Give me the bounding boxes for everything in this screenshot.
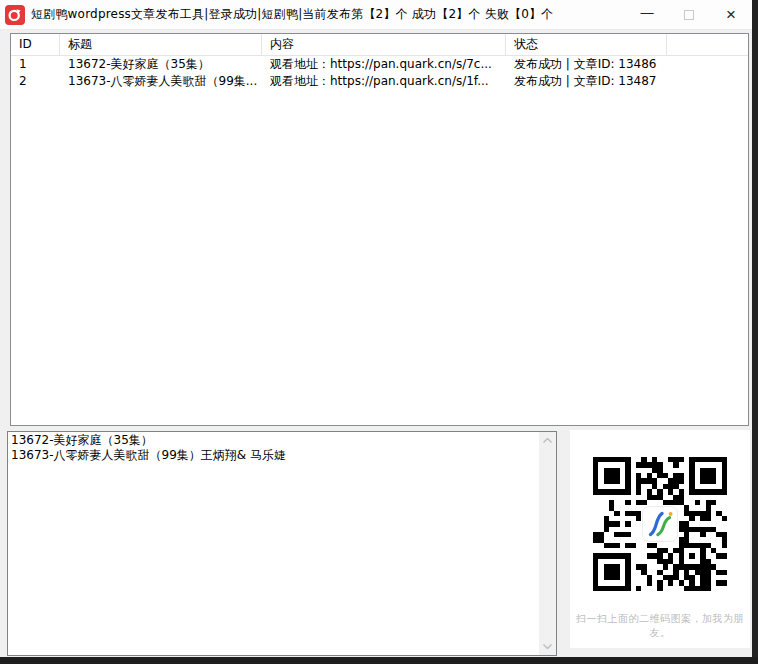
textarea-content[interactable]: 13672-美好家庭（35集） 13673-八零娇妻人美歌甜（99集）王炳翔& … — [8, 432, 539, 655]
chevron-up-icon — [543, 438, 552, 443]
column-header-status[interactable]: 状态 — [506, 34, 667, 55]
app-icon — [5, 5, 25, 25]
chevron-down-icon — [543, 644, 552, 649]
maximize-icon — [684, 10, 694, 20]
row-title: 13672-美好家庭（35集） — [60, 56, 262, 73]
row-status: 发布成功 | 文章ID: 13486 — [506, 56, 667, 73]
row-status: 发布成功 | 文章ID: 13487 — [506, 73, 667, 90]
row-id: 1 — [11, 56, 60, 73]
qr-caption: 扫一扫上面的二维码图案，加我为朋友。 — [570, 612, 750, 640]
window-controls: — × — [626, 0, 752, 30]
row-content: 观看地址：https://pan.quark.cn/s/7c... — [262, 56, 506, 73]
minimize-button[interactable]: — — [626, 0, 668, 30]
row-title: 13673-八零娇妻人美歌甜（99集... — [60, 73, 262, 90]
textarea-scrollbar[interactable] — [539, 432, 556, 655]
publish-result-table[interactable]: ID 标题 内容 状态 1 13672-美好家庭（35集） 观看地址：https… — [10, 33, 749, 426]
maximize-button[interactable] — [668, 0, 710, 30]
table-row[interactable]: 1 13672-美好家庭（35集） 观看地址：https://pan.quark… — [11, 56, 748, 73]
title-list-textarea[interactable]: 13672-美好家庭（35集） 13673-八零娇妻人美歌甜（99集）王炳翔& … — [7, 431, 557, 656]
table-header: ID 标题 内容 状态 — [11, 34, 748, 56]
row-id: 2 — [11, 73, 60, 90]
window-title: 短剧鸭wordpress文章发布工具|登录成功|短剧鸭|当前发布第【2】个 成功… — [31, 6, 554, 23]
column-header-filler — [667, 34, 748, 55]
row-content: 观看地址：https://pan.quark.cn/s/1f... — [262, 73, 506, 90]
column-header-title[interactable]: 标题 — [60, 34, 262, 55]
column-header-id[interactable]: ID — [11, 34, 60, 55]
close-button[interactable]: × — [710, 0, 752, 30]
title-bar: 短剧鸭wordpress文章发布工具|登录成功|短剧鸭|当前发布第【2】个 成功… — [0, 0, 752, 30]
wechat-qr-panel: 扫一扫上面的二维码图案，加我为朋友。 — [570, 430, 750, 648]
brand-logo-icon — [643, 457, 677, 591]
qr-center-logo — [642, 506, 678, 542]
scroll-up-button[interactable] — [539, 432, 556, 449]
minimize-icon: — — [641, 5, 654, 20]
qr-code — [593, 457, 727, 591]
close-icon: × — [726, 5, 736, 25]
app-window: { "window": { "title": "短剧鸭wordpress文章发布… — [0, 0, 758, 664]
window-edge-bottom — [0, 657, 758, 664]
window-edge-right — [752, 0, 758, 664]
table-row[interactable]: 2 13673-八零娇妻人美歌甜（99集... 观看地址：https://pan… — [11, 73, 748, 90]
duck-camera-icon — [8, 8, 22, 22]
scroll-down-button[interactable] — [539, 638, 556, 655]
column-header-content[interactable]: 内容 — [262, 34, 506, 55]
